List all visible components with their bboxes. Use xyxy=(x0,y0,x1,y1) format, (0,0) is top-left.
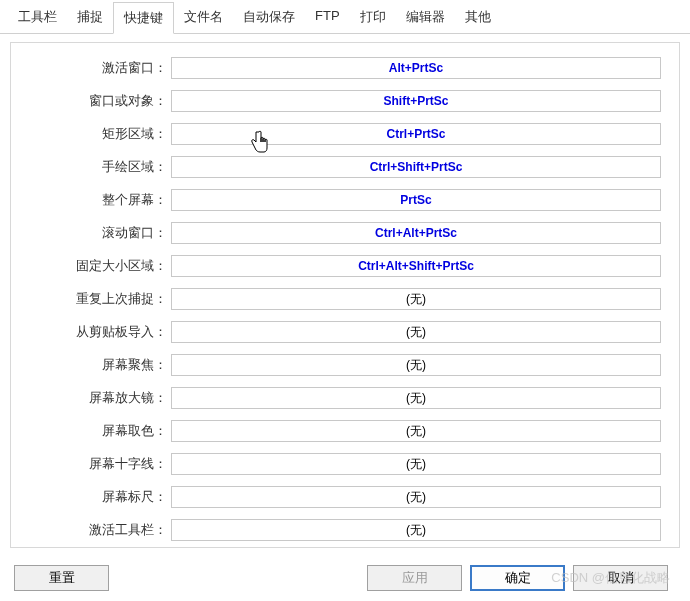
tab-print[interactable]: 打印 xyxy=(350,2,396,33)
hotkey-label: 矩形区域： xyxy=(21,125,171,143)
hotkey-input[interactable]: (无) xyxy=(171,420,661,442)
hotkey-input[interactable]: PrtSc xyxy=(171,189,661,211)
tab-capture[interactable]: 捕捉 xyxy=(67,2,113,33)
tab-filename[interactable]: 文件名 xyxy=(174,2,233,33)
hotkey-row: 屏幕标尺：(无) xyxy=(21,486,661,508)
tab-editor[interactable]: 编辑器 xyxy=(396,2,455,33)
hotkey-input[interactable]: (无) xyxy=(171,321,661,343)
ok-button[interactable]: 确定 xyxy=(470,565,565,591)
hotkey-label: 屏幕聚焦： xyxy=(21,356,171,374)
hotkey-input[interactable]: Ctrl+Alt+PrtSc xyxy=(171,222,661,244)
hotkey-row: 滚动窗口：Ctrl+Alt+PrtSc xyxy=(21,222,661,244)
hotkey-row: 屏幕取色：(无) xyxy=(21,420,661,442)
hotkey-row: 屏幕聚焦：(无) xyxy=(21,354,661,376)
hotkey-label: 窗口或对象： xyxy=(21,92,171,110)
hotkey-label: 手绘区域： xyxy=(21,158,171,176)
dialog-buttons: 重置 应用 确定 取消 xyxy=(0,565,690,591)
hotkey-row: 矩形区域：Ctrl+PrtSc xyxy=(21,123,661,145)
hotkey-input[interactable]: (无) xyxy=(171,387,661,409)
tab-toolbar[interactable]: 工具栏 xyxy=(8,2,67,33)
hotkey-label: 激活工具栏： xyxy=(21,521,171,539)
hotkey-label: 整个屏幕： xyxy=(21,191,171,209)
tab-ftp[interactable]: FTP xyxy=(305,2,350,33)
hotkey-row: 从剪贴板导入：(无) xyxy=(21,321,661,343)
hotkey-label: 屏幕放大镜： xyxy=(21,389,171,407)
hotkey-label: 重复上次捕捉： xyxy=(21,290,171,308)
cancel-button[interactable]: 取消 xyxy=(573,565,668,591)
hotkey-label: 屏幕取色： xyxy=(21,422,171,440)
tab-bar: 工具栏捕捉快捷键文件名自动保存FTP打印编辑器其他 xyxy=(0,2,690,34)
hotkey-row: 激活工具栏：(无) xyxy=(21,519,661,541)
hotkey-row: 手绘区域：Ctrl+Shift+PrtSc xyxy=(21,156,661,178)
hotkey-input[interactable]: (无) xyxy=(171,519,661,541)
hotkey-row: 屏幕放大镜：(无) xyxy=(21,387,661,409)
hotkey-settings-panel: 激活窗口：Alt+PrtSc窗口或对象：Shift+PrtSc矩形区域：Ctrl… xyxy=(10,42,680,548)
hotkey-input[interactable]: Ctrl+Alt+Shift+PrtSc xyxy=(171,255,661,277)
hotkey-input[interactable]: (无) xyxy=(171,288,661,310)
hotkey-input[interactable]: (无) xyxy=(171,453,661,475)
hotkey-label: 屏幕标尺： xyxy=(21,488,171,506)
hotkey-row: 屏幕十字线：(无) xyxy=(21,453,661,475)
hotkey-row: 窗口或对象：Shift+PrtSc xyxy=(21,90,661,112)
hotkey-input[interactable]: Ctrl+PrtSc xyxy=(171,123,661,145)
apply-button: 应用 xyxy=(367,565,462,591)
hotkey-input[interactable]: Alt+PrtSc xyxy=(171,57,661,79)
hotkey-label: 屏幕十字线： xyxy=(21,455,171,473)
hotkey-label: 固定大小区域： xyxy=(21,257,171,275)
hotkey-row: 重复上次捕捉：(无) xyxy=(21,288,661,310)
tab-autosave[interactable]: 自动保存 xyxy=(233,2,305,33)
hotkey-row: 激活窗口：Alt+PrtSc xyxy=(21,57,661,79)
hotkey-input[interactable]: (无) xyxy=(171,486,661,508)
hotkey-row: 整个屏幕：PrtSc xyxy=(21,189,661,211)
hotkey-label: 从剪贴板导入： xyxy=(21,323,171,341)
tab-other[interactable]: 其他 xyxy=(455,2,501,33)
hotkey-input[interactable]: (无) xyxy=(171,354,661,376)
reset-button[interactable]: 重置 xyxy=(14,565,109,591)
tab-hotkeys[interactable]: 快捷键 xyxy=(113,2,174,34)
hotkey-input[interactable]: Ctrl+Shift+PrtSc xyxy=(171,156,661,178)
hotkey-row: 固定大小区域：Ctrl+Alt+Shift+PrtSc xyxy=(21,255,661,277)
hotkey-label: 滚动窗口： xyxy=(21,224,171,242)
hotkey-input[interactable]: Shift+PrtSc xyxy=(171,90,661,112)
hotkey-label: 激活窗口： xyxy=(21,59,171,77)
